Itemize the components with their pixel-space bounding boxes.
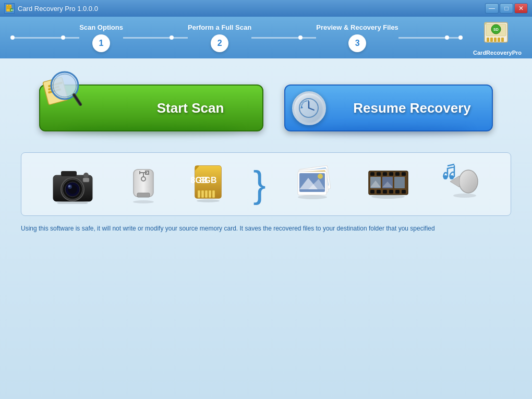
svg-point-72 <box>318 174 323 179</box>
step-3-label: Preview & Recovery Files <box>316 23 398 31</box>
photos-icon-item <box>293 163 340 205</box>
titlebar: SD Card Recovery Pro 1.0.0.0 — □ ✕ <box>0 0 532 17</box>
resume-recovery-button[interactable]: Resume Recovery <box>284 84 493 131</box>
svg-rect-89 <box>394 177 405 188</box>
svg-rect-76 <box>377 172 381 176</box>
svg-rect-49 <box>137 193 150 197</box>
clock-svg <box>297 96 321 120</box>
svg-rect-12 <box>501 38 504 42</box>
resume-icon-wrap <box>285 91 332 125</box>
tracker-dot-3 <box>298 35 303 40</box>
window-controls: — □ ✕ <box>485 3 528 14</box>
svg-point-40 <box>83 173 89 178</box>
resume-recovery-label: Resume Recovery <box>332 100 492 116</box>
svg-rect-39 <box>83 178 89 182</box>
logo-area: SD CardRecoveryPro <box>473 20 522 56</box>
svg-rect-86 <box>402 190 406 194</box>
svg-rect-8 <box>487 38 489 42</box>
svg-rect-1 <box>7 6 11 7</box>
svg-point-73 <box>298 195 327 199</box>
svg-rect-32 <box>61 171 77 176</box>
start-scan-button[interactable]: Start Scan <box>39 84 263 131</box>
minimize-button[interactable]: — <box>485 3 499 14</box>
usb-svg <box>124 163 163 205</box>
music-icon-item <box>440 163 481 205</box>
app-title: Card Recovery Pro 1.0.0.0 <box>18 5 98 13</box>
svg-rect-85 <box>395 190 400 194</box>
svg-point-97 <box>453 194 476 198</box>
logo-label: CardRecoveryPro <box>473 50 522 56</box>
magnifier-icon <box>38 64 87 113</box>
svg-line-96 <box>448 164 454 166</box>
tracker-line-3b <box>303 37 317 39</box>
svg-rect-10 <box>494 38 497 42</box>
svg-point-61 <box>197 199 220 202</box>
start-scan-label: Start Scan <box>87 100 262 116</box>
svg-rect-55 <box>201 190 204 198</box>
svg-rect-54 <box>198 190 200 198</box>
close-button[interactable]: ✕ <box>514 3 528 14</box>
step-2-circle: 2 <box>211 34 228 52</box>
tracker-line-2b <box>174 37 188 39</box>
svg-rect-80 <box>402 172 406 176</box>
step-3: Preview & Recovery Files 3 <box>316 23 398 52</box>
svg-rect-9 <box>490 38 493 42</box>
svg-rect-56 <box>205 190 208 198</box>
step-3-circle: 3 <box>348 34 366 52</box>
svg-point-95 <box>450 175 454 179</box>
tracker-line-2 <box>123 37 170 39</box>
svg-rect-82 <box>377 190 381 194</box>
camera-svg <box>51 165 98 204</box>
bracket-symbol: } <box>253 165 265 203</box>
tracker-dot-2 <box>170 35 174 40</box>
svg-rect-57 <box>209 190 211 198</box>
tracker-line-1b <box>65 37 79 39</box>
sd-card-icon-item: 8GB 8GB <box>190 163 226 205</box>
svg-rect-11 <box>498 38 500 42</box>
tracker-dot-end2 <box>458 35 463 40</box>
svg-line-24 <box>74 95 81 105</box>
film-icon-item <box>366 163 413 205</box>
svg-rect-75 <box>370 172 374 176</box>
tracker-line-end <box>449 37 458 39</box>
svg-rect-84 <box>389 190 393 194</box>
svg-text:8GB: 8GB <box>200 176 217 185</box>
maximize-button[interactable]: □ <box>500 3 513 14</box>
tracker-dot-start <box>10 35 15 40</box>
resume-clock-icon <box>292 91 326 125</box>
svg-point-50 <box>133 200 154 203</box>
svg-rect-58 <box>212 190 215 198</box>
svg-rect-77 <box>383 172 387 176</box>
tracker-dot-1 <box>61 35 65 40</box>
bracket-icon-item: } <box>253 165 265 203</box>
music-svg <box>440 163 481 205</box>
svg-rect-4 <box>8 5 9 6</box>
titlebar-left: SD Card Recovery Pro 1.0.0.0 <box>4 3 98 14</box>
usb-drive-icon-item <box>124 163 163 205</box>
step-1-circle: 1 <box>92 34 110 52</box>
step-2-label: Perform a Full Scan <box>188 23 251 31</box>
svg-point-38 <box>68 185 70 187</box>
svg-point-22 <box>53 74 76 97</box>
sd-card-svg: 8GB 8GB <box>190 163 226 205</box>
camera-icon-item <box>51 165 98 204</box>
steps-tracker: Scan Options 1 Perform a Full Scan 2 Pre… <box>10 23 463 52</box>
buttons-row: Start Scan <box>21 84 511 131</box>
bottom-info-text: Using this software is safe, it will not… <box>21 224 511 233</box>
photos-svg <box>293 163 340 205</box>
svg-rect-83 <box>383 190 387 194</box>
step-1-label: Scan Options <box>79 23 123 31</box>
film-svg <box>366 163 413 205</box>
icons-panel: 8GB 8GB } <box>21 152 511 216</box>
tracker-dot-end <box>445 35 449 40</box>
step-2: Perform a Full Scan 2 <box>188 23 251 52</box>
tracker-line-3 <box>251 37 298 39</box>
app-icon: SD <box>4 3 15 14</box>
tracker-line-4 <box>398 37 445 39</box>
svg-rect-79 <box>395 172 400 176</box>
stepbar: Scan Options 1 Perform a Full Scan 2 Pre… <box>0 17 532 58</box>
svg-point-92 <box>371 195 405 199</box>
svg-rect-81 <box>370 190 374 194</box>
svg-text:SD: SD <box>493 28 499 31</box>
main-content: Start Scan <box>0 58 532 399</box>
